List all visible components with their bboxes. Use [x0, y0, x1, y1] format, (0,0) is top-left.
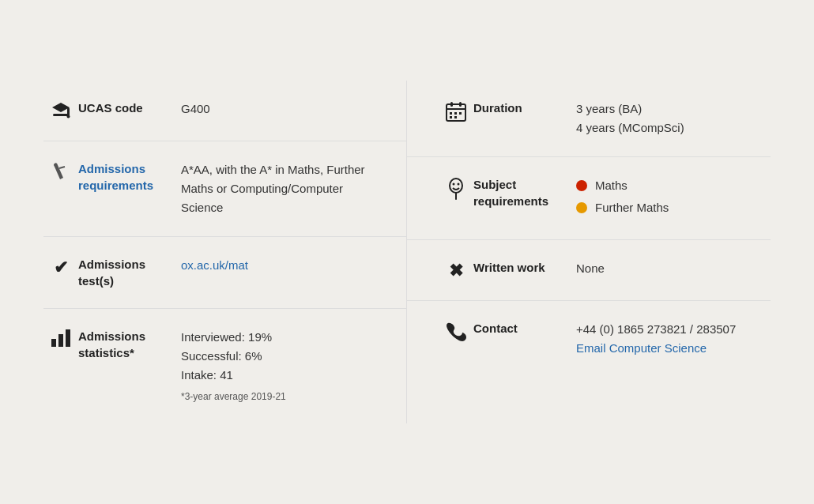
right-column: Duration3 years (BA)4 years (MCompSci)Su… — [407, 81, 771, 423]
svg-rect-9 — [450, 102, 453, 107]
label-ucas-right: Duration — [473, 100, 576, 116]
subject-label: Maths — [595, 176, 627, 195]
svg-rect-0 — [53, 114, 69, 116]
label-statistics-left: Admissions statistics* — [78, 328, 181, 361]
row-left-statistics: Admissions statistics*Interviewed: 19%Su… — [43, 309, 407, 423]
content-admissions-right: MathsFurther Maths — [576, 176, 755, 220]
info-grid: UCAS codeG400Admissions requirementsA*AA… — [43, 81, 771, 423]
subject-icon — [439, 176, 473, 200]
stat-line: Interviewed: 19% — [181, 328, 375, 347]
subject-label: Further Maths — [595, 198, 669, 217]
svg-rect-11 — [450, 112, 452, 115]
stat-line: Successful: 6% — [181, 347, 375, 366]
duration-line: 3 years (BA) — [576, 100, 755, 118]
pencil-icon — [43, 160, 78, 182]
svg-rect-6 — [66, 329, 70, 347]
content-statistics-left: Interviewed: 19%Successful: 6%Intake: 41… — [181, 328, 375, 404]
checkmark-icon: ✔ — [43, 256, 78, 278]
stat-line: Intake: 41 — [181, 366, 375, 385]
row-right-tests: ✖Written workNone — [407, 240, 771, 301]
content-admissions-left: A*AA, with the A* in Maths, Further Math… — [181, 160, 375, 217]
duration-line: 4 years (MCompSci) — [576, 118, 755, 137]
row-right-statistics: Contact+44 (0) 1865 273821 / 283507Email… — [407, 301, 771, 377]
content-tests-left: ox.ac.uk/mat — [181, 256, 375, 275]
left-column: UCAS codeG400Admissions requirementsA*AA… — [43, 81, 407, 423]
dot-red — [576, 180, 587, 191]
graduation-cap-icon — [43, 100, 78, 122]
svg-point-16 — [450, 179, 462, 193]
svg-rect-4 — [51, 339, 56, 347]
svg-rect-15 — [454, 116, 457, 118]
svg-rect-13 — [459, 112, 462, 115]
content-tests-right: None — [576, 259, 755, 278]
label-ucas-left: UCAS code — [78, 100, 181, 116]
svg-point-18 — [458, 182, 460, 185]
label-tests-left: Admissions test(s) — [78, 256, 181, 289]
label-tests-right: Written work — [473, 259, 576, 276]
svg-rect-5 — [58, 334, 63, 347]
calendar-icon — [439, 100, 473, 122]
admissions-test-link[interactable]: ox.ac.uk/mat — [181, 258, 248, 272]
phone-icon — [439, 320, 473, 342]
content-statistics-right: +44 (0) 1865 273821 / 283507Email Comput… — [576, 320, 755, 358]
svg-point-17 — [453, 182, 455, 185]
svg-rect-1 — [67, 107, 70, 116]
email-computer-science-link[interactable]: Email Computer Science — [576, 341, 707, 355]
svg-rect-14 — [450, 116, 452, 118]
subject-item: Maths — [576, 176, 755, 195]
cross-icon: ✖ — [439, 259, 473, 281]
dot-orange — [576, 202, 587, 213]
contact-phone: +44 (0) 1865 273821 / 283507 — [576, 320, 755, 339]
row-right-admissions: Subject requirementsMathsFurther Maths — [407, 157, 771, 240]
label-admissions-right: Subject requirements — [473, 176, 576, 209]
svg-point-19 — [455, 199, 457, 200]
subject-item: Further Maths — [576, 198, 755, 217]
stats-footnote: *3-year average 2019-21 — [181, 389, 375, 404]
main-card: UCAS codeG400Admissions requirementsA*AA… — [12, 57, 802, 447]
content-ucas-left: G400 — [181, 100, 375, 118]
svg-rect-10 — [459, 102, 462, 107]
row-left-ucas: UCAS codeG400 — [43, 81, 407, 141]
row-left-admissions: Admissions requirementsA*AA, with the A*… — [43, 141, 407, 237]
bar-chart-icon — [43, 328, 78, 347]
label-admissions-left[interactable]: Admissions requirements — [78, 160, 181, 194]
svg-point-2 — [67, 115, 70, 118]
svg-line-3 — [59, 167, 65, 168]
label-statistics-right: Contact — [473, 320, 576, 337]
row-left-tests: ✔Admissions test(s)ox.ac.uk/mat — [43, 237, 407, 309]
content-ucas-right: 3 years (BA)4 years (MCompSci) — [576, 100, 755, 137]
svg-rect-12 — [454, 112, 457, 115]
row-right-ucas: Duration3 years (BA)4 years (MCompSci) — [407, 81, 771, 157]
